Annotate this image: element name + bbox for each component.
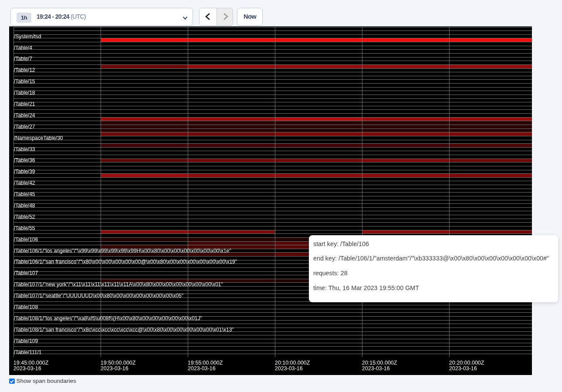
svg-text:/Table/39: /Table/39	[14, 169, 35, 175]
svg-text:/Table/108/1/"san francisco"/": /Table/108/1/"san francisco"/"\x8c\xcc\x…	[14, 327, 234, 333]
svg-text:/Table/55: /Table/55	[14, 225, 35, 231]
svg-text:19:50:00.000Z: 19:50:00.000Z	[101, 360, 136, 366]
svg-text:/System/tsd: /System/tsd	[14, 34, 41, 40]
svg-text:20:20:00.000Z: 20:20:00.000Z	[449, 360, 484, 366]
svg-text:2023-03-16: 2023-03-16	[101, 365, 129, 372]
svg-text:/Table/12: /Table/12	[14, 67, 35, 73]
svg-text:/Table/45: /Table/45	[14, 191, 35, 197]
svg-text:2023-03-16: 2023-03-16	[188, 365, 216, 372]
svg-text:/NamespaceTable/30: /NamespaceTable/30	[14, 135, 63, 141]
svg-text:/Table/42: /Table/42	[14, 180, 35, 186]
svg-text:/Table/4: /Table/4	[14, 45, 32, 51]
svg-text:/Table/18: /Table/18	[14, 90, 35, 96]
svg-text:/Table/107/1/"new york"/"\x11\: /Table/107/1/"new york"/"\x11\x11\x11\x1…	[14, 281, 223, 287]
svg-text:/Table/108: /Table/108	[14, 304, 38, 310]
svg-text:2023-03-16: 2023-03-16	[275, 365, 303, 372]
svg-text:/Table/52: /Table/52	[14, 214, 35, 220]
svg-text:/Table/36: /Table/36	[14, 157, 35, 163]
svg-text:/Table/106: /Table/106	[14, 237, 38, 243]
svg-text:/Table/107: /Table/107	[14, 270, 38, 276]
svg-text:2023-03-16: 2023-03-16	[362, 365, 390, 372]
svg-text:/Table/27: /Table/27	[14, 124, 35, 130]
svg-text:/Table/107/1/"seattle"/"UUUUUU: /Table/107/1/"seattle"/"UUUUUUD\x00\x80\…	[14, 293, 183, 299]
svg-text:/Table/109: /Table/109	[14, 338, 38, 344]
svg-text:/Table/21: /Table/21	[14, 101, 35, 107]
svg-text:2023-03-16: 2023-03-16	[449, 365, 477, 372]
svg-text:20:15:00.000Z: 20:15:00.000Z	[362, 360, 397, 366]
svg-text:/Table/7: /Table/7	[14, 56, 32, 62]
svg-text:/Table/106/1/"san francisco"/": /Table/106/1/"san francisco"/"\x80\x00\x…	[14, 259, 237, 265]
svg-text:/Table/24: /Table/24	[14, 112, 35, 118]
svg-text:/Table/111/1: /Table/111/1	[14, 349, 42, 355]
svg-text:/Table/15: /Table/15	[14, 78, 35, 84]
svg-text:/Table/33: /Table/33	[14, 146, 35, 152]
svg-text:20:10:00.000Z: 20:10:00.000Z	[275, 360, 310, 366]
svg-text:/Table/108/1/"los angeles"/"\x: /Table/108/1/"los angeles"/"\xa8\xf5\u00…	[14, 315, 202, 321]
svg-text:/Table/106/1/"los angeles"/"\x: /Table/106/1/"los angeles"/"\x99\x99\x99…	[14, 248, 231, 254]
svg-text:19:55:00.000Z: 19:55:00.000Z	[188, 360, 223, 366]
svg-text:19:45:00.000Z: 19:45:00.000Z	[14, 360, 49, 366]
svg-text:2023-03-16: 2023-03-16	[14, 365, 41, 372]
svg-text:/Table/48: /Table/48	[14, 203, 35, 209]
